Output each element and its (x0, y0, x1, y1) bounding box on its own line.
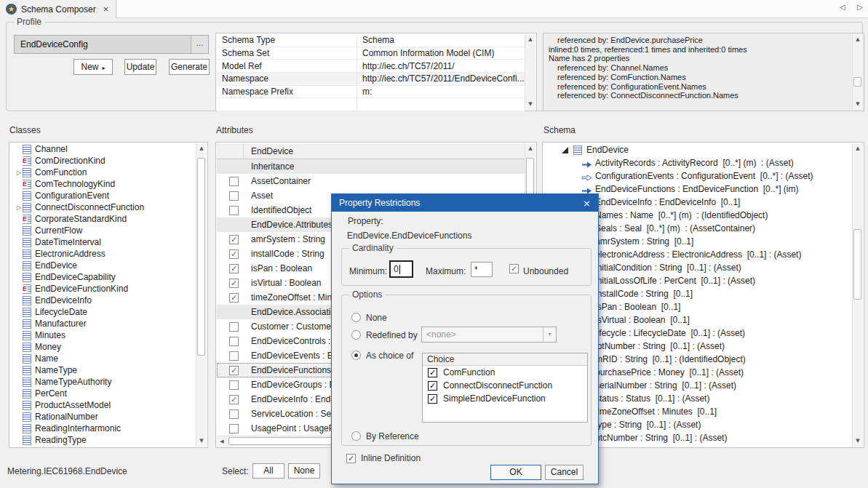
profile-name-field[interactable]: EndDeviceConfig ... (14, 35, 209, 54)
by-reference-radio[interactable] (351, 431, 361, 441)
scroll-up-icon[interactable]: ▲ (196, 143, 207, 154)
attribute-checkbox[interactable] (229, 235, 239, 244)
dropdown-arrow-icon[interactable]: ▾ (543, 327, 556, 342)
inline-definition-checkbox[interactable] (346, 454, 356, 463)
redefined-by-dropdown[interactable]: <none> ▾ (421, 327, 557, 343)
tab-scroll-left-icon[interactable]: ◁ (840, 3, 845, 11)
cancel-button[interactable]: Cancel (545, 465, 584, 480)
class-list-item[interactable]: ReadingInterharmonic (10, 423, 195, 434)
dialog-close-icon[interactable]: × (583, 198, 591, 209)
class-list-item[interactable]: NameType (10, 364, 195, 376)
choice-checkbox[interactable] (428, 394, 437, 404)
choice-item[interactable]: ConnectDisconnectFunction (423, 379, 587, 392)
attribute-checkbox[interactable] (229, 279, 239, 288)
attribute-checkbox[interactable] (229, 380, 239, 390)
minimum-input[interactable]: 0 (389, 260, 413, 278)
expand-icon[interactable]: ▷ (10, 169, 22, 176)
class-list-item[interactable]: PerCent (10, 388, 195, 399)
class-list-item[interactable]: Manufacturer (10, 318, 195, 329)
class-list-item[interactable]: ProductAssetModel (10, 399, 195, 411)
ok-button[interactable]: OK (490, 465, 541, 480)
info-panel-scrollbar[interactable]: ▲ ▼ (852, 34, 863, 110)
class-list-item[interactable]: ▷ComFunction (10, 167, 195, 178)
class-list-item[interactable]: CorporateStandardKind (10, 213, 195, 225)
class-list-item[interactable]: ▷ConnectDisconnectFunction (10, 201, 195, 213)
select-none-button[interactable]: None (288, 463, 320, 479)
scroll-up-icon[interactable]: ▲ (853, 34, 863, 45)
choice-item[interactable]: ComFunction (423, 366, 587, 379)
scroll-up-icon[interactable]: ▲ (853, 143, 863, 154)
attribute-checkbox[interactable] (229, 177, 239, 186)
scroll-up-icon[interactable]: ▲ (525, 34, 535, 45)
attribute-checkbox[interactable] (229, 366, 239, 375)
attribute-checkbox[interactable] (229, 351, 239, 361)
scroll-left-icon[interactable]: ◀ (217, 436, 227, 447)
scroll-thumb[interactable] (853, 229, 861, 300)
scroll-thumb[interactable] (197, 158, 205, 356)
tab-close-icon[interactable]: × (103, 4, 109, 15)
tab-schema-composer[interactable]: ★ Schema Composer × (0, 0, 116, 18)
attribute-checkbox[interactable] (229, 191, 239, 201)
class-list-item[interactable]: Channel (10, 143, 195, 155)
scroll-down-icon[interactable]: ▼ (853, 99, 863, 110)
class-list-item[interactable]: ConfigurationEvent (10, 190, 195, 201)
expand-icon[interactable]: ▷ (10, 204, 22, 211)
new-button[interactable]: New▸ (73, 59, 113, 75)
attribute-checkbox[interactable] (229, 206, 239, 215)
choice-item[interactable]: SimpleEndDeviceFunction (423, 392, 587, 405)
schema-property-row[interactable]: Schema SetCommon Information Model (CIM) (217, 47, 525, 60)
browse-button[interactable]: ... (191, 36, 208, 53)
schema-property-row[interactable]: Schema TypeSchema (217, 34, 525, 47)
schema-tree-row[interactable]: ActivityRecords : ActivityRecord [0..*] … (544, 156, 851, 169)
maximum-input[interactable]: * (471, 262, 493, 277)
scroll-down-icon[interactable]: ▼ (853, 436, 863, 447)
schema-property-row[interactable] (217, 98, 525, 111)
attribute-checkbox[interactable] (229, 293, 239, 303)
tree-collapse-icon[interactable] (562, 147, 568, 153)
class-list-item[interactable]: EndDeviceCapability (10, 271, 195, 283)
attribute-checkbox[interactable] (229, 409, 239, 419)
choice-checkbox[interactable] (428, 381, 437, 391)
schema-tree-scrollbar[interactable]: ▲ ▼ (852, 143, 863, 447)
class-list-item[interactable]: EndDeviceInfo (10, 295, 195, 306)
class-list-item[interactable]: Minutes (10, 329, 195, 341)
class-list-item[interactable]: Money (10, 341, 195, 353)
update-button[interactable]: Update (124, 59, 156, 75)
class-list-item[interactable]: ComDirectionKind (10, 155, 195, 167)
attribute-checkbox[interactable] (229, 249, 239, 259)
classes-scrollbar[interactable]: ▲ ▼ (196, 143, 207, 447)
class-list-item[interactable]: ElectronicAddress (10, 248, 195, 260)
none-radio[interactable] (351, 313, 361, 322)
class-list-item[interactable]: LifecycleDate (10, 306, 195, 318)
attribute-checkbox[interactable] (229, 264, 239, 273)
as-choice-of-radio[interactable] (351, 351, 361, 360)
class-list-item[interactable]: RationalNumber (10, 411, 195, 423)
class-list-item[interactable]: DateTimeInterval (10, 236, 195, 248)
redefined-by-radio[interactable] (351, 330, 361, 340)
generate-button[interactable]: Generate (169, 59, 210, 75)
schema-property-row[interactable]: Namespacehttp://iec.ch/TC57/2011/EndDevi… (217, 73, 525, 86)
attribute-checkbox[interactable] (229, 424, 239, 433)
choice-checkbox[interactable] (428, 368, 437, 377)
schema-property-row[interactable]: Namespace Prefixm: (217, 86, 525, 99)
attribute-checkbox[interactable] (229, 322, 239, 332)
select-all-button[interactable]: All (252, 463, 284, 479)
scroll-thumb[interactable] (853, 77, 861, 87)
unbounded-checkbox[interactable] (509, 264, 519, 273)
scroll-down-icon[interactable]: ▼ (525, 99, 535, 110)
class-list-item[interactable]: NameTypeAuthority (10, 376, 195, 388)
class-list-item[interactable]: ReadingType (10, 434, 195, 446)
schema-tree-row[interactable]: ConfigurationEvents : ConfigurationEvent… (544, 169, 851, 183)
schema-tree-root-row[interactable]: EndDevice (544, 143, 851, 156)
schema-property-row[interactable]: Model Refhttp://iec.ch/TC57/2011/ (217, 60, 525, 73)
class-list-item[interactable]: CurrentFlow (10, 225, 195, 236)
schema-table-scrollbar[interactable]: ▲ ▼ (525, 34, 535, 110)
dialog-titlebar[interactable]: Property Restrictions × (332, 194, 598, 212)
attribute-row[interactable]: AssetContainer (217, 174, 525, 188)
attribute-checkbox[interactable] (229, 395, 239, 404)
class-list-item[interactable]: Name (10, 353, 195, 364)
attribute-checkbox[interactable] (229, 337, 239, 346)
class-list-item[interactable]: ComTechnologyKind (10, 178, 195, 190)
class-list-item[interactable]: EndDeviceFunctionKind (10, 283, 195, 295)
scroll-up-icon[interactable]: ▲ (525, 143, 535, 154)
